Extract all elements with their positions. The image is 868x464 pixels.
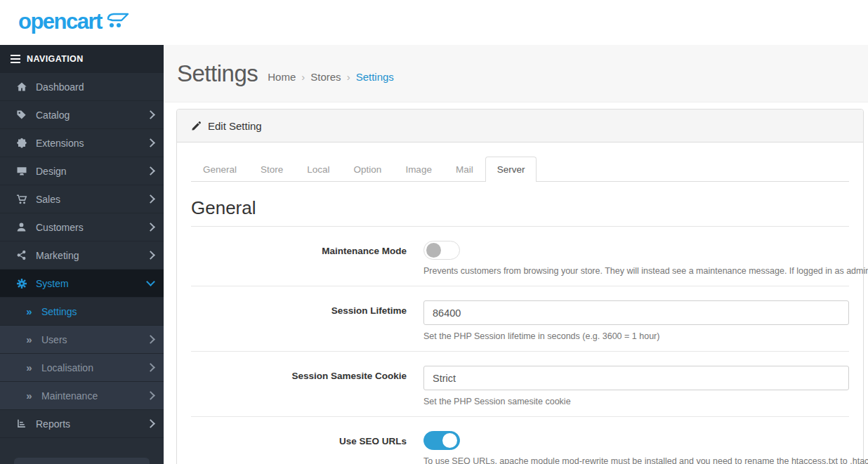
chevron-right-icon: [146, 110, 155, 119]
sidebar-item-label: Catalog: [36, 110, 147, 121]
toggle-knob: [426, 243, 441, 258]
angles-right-icon: »: [24, 362, 34, 373]
cart-icon: [15, 194, 27, 205]
opencart-logo[interactable]: opencart: [0, 11, 130, 35]
pencil-icon: [191, 121, 202, 131]
tab-option[interactable]: Option: [342, 157, 394, 182]
session-samesite-cookie-control: Set the PHP Session samesite cookie: [423, 366, 849, 406]
sidebar-item-system[interactable]: System: [0, 270, 164, 298]
sidebar-footer-widget: [14, 458, 150, 464]
sidebar-item-reports[interactable]: Reports: [0, 410, 164, 438]
tab-local[interactable]: Local: [295, 157, 341, 182]
chevron-right-icon: [146, 419, 155, 428]
chevron-right-icon: [146, 223, 155, 232]
sidebar-item-customers[interactable]: Customers: [0, 213, 164, 241]
session-lifetime-label: Session Lifetime: [191, 300, 407, 341]
session-lifetime-control: Set the PHP Session lifetime in seconds …: [423, 300, 849, 341]
use-seo-urls-control: To use SEO URLs, apache module mod-rewri…: [423, 431, 849, 464]
toggle-knob: [442, 433, 457, 448]
page-title: Settings: [177, 60, 258, 87]
logo-text: opencart: [18, 11, 102, 35]
page-header: Settings Home›Stores›Settings: [164, 45, 868, 102]
sidebar-item-design[interactable]: Design: [0, 157, 164, 185]
sidebar-item-label: Marketing: [36, 250, 147, 261]
form-row-session-lifetime: Session LifetimeSet the PHP Session life…: [191, 286, 849, 352]
chevron-down-icon: [146, 277, 155, 286]
tab-general[interactable]: General: [191, 157, 249, 182]
share-icon: [15, 250, 27, 260]
top-bar: opencart: [0, 0, 868, 45]
angles-right-icon: »: [24, 390, 34, 402]
session-samesite-cookie-input[interactable]: [423, 366, 849, 390]
sidebar-item-label: Sales: [36, 194, 147, 205]
tab-mail[interactable]: Mail: [444, 157, 485, 182]
sidebar-item-label: Customers: [36, 222, 147, 233]
breadcrumb-separator: ›: [301, 71, 305, 83]
breadcrumb-home[interactable]: Home: [268, 71, 296, 83]
chevron-right-icon: [146, 335, 155, 344]
session-samesite-cookie-help-text: Set the PHP Session samesite cookie: [423, 397, 849, 406]
sidebar-item-sales[interactable]: Sales: [0, 185, 164, 213]
settings-tabs: GeneralStoreLocalOptionImageMailServer: [191, 157, 849, 182]
sidebar-item-marketing[interactable]: Marketing: [0, 241, 164, 270]
hamburger-icon: [11, 55, 20, 63]
session-lifetime-input[interactable]: [423, 300, 849, 325]
sidebar-item-label: System: [36, 278, 147, 289]
chevron-right-icon: [146, 194, 155, 204]
tab-store[interactable]: Store: [249, 157, 295, 182]
reports-icon: [15, 418, 27, 429]
angles-right-icon: »: [24, 333, 34, 345]
panel-title: Edit Setting: [208, 120, 262, 132]
section-heading: General: [191, 197, 849, 227]
sidebar-item-users[interactable]: »Users: [0, 326, 164, 354]
sidebar-item-extensions[interactable]: Extensions: [0, 129, 164, 157]
sidebar-item-label: Dashboard: [36, 81, 154, 93]
sidebar-item-localisation[interactable]: »Localisation: [0, 354, 164, 382]
form-row-session-samesite-cookie: Session Samesite CookieSet the PHP Sessi…: [191, 352, 849, 417]
sidebar-item-catalog[interactable]: Catalog: [0, 101, 164, 129]
session-lifetime-help-text: Set the PHP Session lifetime in seconds …: [423, 331, 849, 341]
chevron-right-icon: [146, 138, 155, 147]
chevron-right-icon: [146, 166, 155, 175]
breadcrumb-stores[interactable]: Stores: [310, 71, 341, 83]
panel-heading: Edit Setting: [177, 110, 863, 142]
user-icon: [15, 222, 27, 232]
settings-form: Maintenance ModePrevents customers from …: [191, 227, 849, 464]
sidebar-item-dashboard[interactable]: Dashboard: [0, 73, 164, 101]
sidebar-item-settings[interactable]: »Settings: [0, 298, 164, 326]
tag-icon: [15, 110, 27, 120]
sidebar-item-label: Localisation: [41, 362, 147, 373]
tab-image[interactable]: Image: [393, 157, 444, 182]
tab-server[interactable]: Server: [485, 157, 537, 182]
sidebar-item-label: Design: [36, 166, 147, 177]
maintenance-mode-control: Prevents customers from browsing your st…: [423, 241, 849, 276]
sidebar-item-label: Maintenance: [41, 390, 147, 402]
sidebar-item-label: Reports: [36, 418, 147, 430]
sidebar-item-label: Extensions: [36, 138, 147, 149]
sidebar-item-label: Users: [41, 334, 147, 345]
puzzle-icon: [15, 138, 27, 149]
chevron-right-icon: [146, 251, 155, 260]
angles-right-icon: »: [24, 305, 34, 317]
home-icon: [15, 81, 27, 93]
session-samesite-cookie-label: Session Samesite Cookie: [191, 366, 407, 406]
sidebar-item-maintenance[interactable]: »Maintenance: [0, 382, 164, 410]
maintenance-mode-toggle[interactable]: [423, 241, 460, 260]
chevron-right-icon: [146, 363, 155, 372]
use-seo-urls-label: Use SEO URLs: [191, 431, 407, 464]
monitor-icon: [15, 166, 27, 177]
main-content: Settings Home›Stores›Settings Edit Setti…: [164, 45, 868, 464]
sidebar: NAVIGATION DashboardCatalogExtensionsDes…: [0, 45, 164, 464]
use-seo-urls-help-text: To use SEO URLs, apache module mod-rewri…: [423, 456, 849, 464]
edit-setting-panel: Edit Setting GeneralStoreLocalOptionImag…: [176, 109, 864, 464]
sidebar-menu: DashboardCatalogExtensionsDesignSalesCus…: [0, 73, 164, 438]
chevron-right-icon: [146, 391, 155, 400]
use-seo-urls-toggle[interactable]: [423, 431, 460, 450]
navigation-header: NAVIGATION: [0, 45, 164, 73]
breadcrumb-settings[interactable]: Settings: [356, 71, 394, 83]
breadcrumb-separator: ›: [347, 71, 350, 83]
sidebar-item-label: Settings: [41, 306, 154, 317]
form-row-maintenance-mode: Maintenance ModePrevents customers from …: [191, 227, 849, 286]
maintenance-mode-label: Maintenance Mode: [191, 241, 407, 276]
breadcrumb: Home›Stores›Settings: [268, 71, 394, 83]
